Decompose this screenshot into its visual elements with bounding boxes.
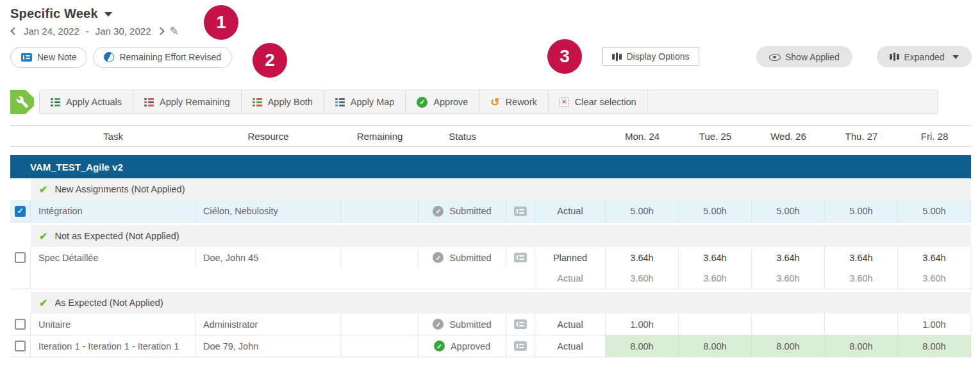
approve-check-icon: ✓ [417, 97, 428, 108]
apply-map-button[interactable]: Apply Map [324, 90, 406, 114]
edit-date-pencil-icon[interactable]: ✎ [170, 26, 179, 37]
new-note-button[interactable]: New Note [10, 47, 87, 68]
columns-icon [612, 52, 622, 61]
day-value-cell: 8.00h [825, 335, 898, 357]
type-cell: Actual [535, 200, 606, 222]
type-cell: Actual [535, 314, 606, 335]
next-week-chevron-icon[interactable] [156, 27, 165, 35]
group-label: Not as Expected (Not Applied) [54, 231, 179, 241]
remaining-cell [341, 200, 419, 222]
row-note-icon[interactable] [514, 253, 527, 262]
status-cell: ✓ Approved [419, 335, 506, 357]
group-row-not-as-expected: ✔ Not as Expected (Not Applied) [10, 225, 971, 247]
row-checkbox[interactable] [15, 341, 26, 351]
row-checkbox[interactable] [15, 319, 26, 330]
expanded-dropdown[interactable]: Expanded [877, 46, 972, 67]
contrast-circle-icon [104, 52, 114, 62]
day-value-cell: 8.00h [606, 335, 679, 357]
table-row-iteration-1: Iteration 1 - Iteration 1 - Iteration 1 … [10, 335, 971, 357]
approve-button[interactable]: ✓ Approve [406, 90, 479, 114]
date-range-separator: - [86, 26, 89, 37]
chevron-down-icon [952, 55, 959, 59]
show-applied-label: Show Applied [785, 52, 840, 62]
row-note-icon[interactable] [514, 319, 527, 329]
submitted-status-icon: ✓ [433, 252, 444, 263]
remaining-cell [341, 335, 419, 357]
row-checkbox[interactable] [15, 252, 26, 263]
day-value-cell: 3.60h [898, 268, 971, 289]
remaining-effort-revised-button[interactable]: Remaining Effort Revised [93, 47, 231, 68]
day-value-cell: 3.60h [825, 268, 898, 289]
timesheet-review-app: 1 2 3 Specific Week Jan 24, 2022 - Jan 3… [0, 0, 980, 372]
day-value-cell: 1.00h [898, 314, 971, 335]
table-row-spec-detaillee: Spec Détaillée Doe, John 45 ✓ Submitted … [10, 247, 971, 268]
wrench-icon [16, 96, 29, 108]
page-title: Specific Week [10, 6, 98, 21]
previous-week-chevron-icon[interactable] [10, 27, 19, 35]
remaining-cell [341, 314, 419, 335]
day-value-cell: 8.00h [679, 335, 752, 357]
column-header-status: Status [419, 131, 506, 142]
table-header-row: Task Resource Remaining Status Mon. 24 T… [10, 125, 971, 147]
annotation-badge-1: 1 [204, 5, 238, 40]
tools-badge [10, 90, 34, 114]
day-value-cell: 1.00h [606, 314, 679, 335]
day-value-cell: 5.00h [825, 200, 898, 222]
rework-button[interactable]: ↺ Rework [479, 90, 548, 114]
resource-cell: Administrator [195, 314, 341, 335]
group-label: New Assignments (Not Applied) [54, 184, 185, 194]
annotation-badge-2: 2 [253, 43, 287, 78]
apply-map-icon [335, 98, 345, 106]
clear-selection-icon: ✕ [560, 97, 569, 107]
group-check-icon: ✔ [39, 230, 47, 242]
submitted-status-icon: ✓ [433, 206, 444, 217]
clear-selection-button[interactable]: ✕ Clear selection [549, 90, 648, 114]
status-label: Submitted [449, 319, 491, 330]
day-value-cell [825, 314, 898, 335]
status-cell: ✓ Submitted [419, 247, 506, 268]
apply-remaining-button[interactable]: Apply Remaining [133, 90, 242, 114]
day-value-cell: 5.00h [679, 200, 752, 222]
apply-both-button[interactable]: Apply Both [242, 90, 324, 114]
task-cell: Intégration [31, 200, 195, 222]
date-range-start: Jan 24, 2022 [24, 26, 79, 37]
apply-remaining-icon [144, 98, 154, 106]
display-options-button[interactable]: Display Options [602, 47, 699, 66]
group-band: ✔ Not as Expected (Not Applied) [31, 225, 971, 247]
column-header-day-tue: Tue. 25 [679, 131, 752, 142]
column-header-day-wed: Wed. 26 [752, 131, 825, 142]
column-header-task: Task [31, 131, 195, 142]
apply-actuals-button[interactable]: Apply Actuals [40, 90, 133, 114]
day-value-cell: 3.64h [679, 247, 752, 268]
show-applied-toggle[interactable]: Show Applied [756, 46, 852, 67]
title-dropdown-caret-icon[interactable] [104, 12, 112, 17]
status-label: Approved [451, 341, 490, 351]
date-range-end: Jan 30, 2022 [96, 26, 151, 37]
row-note-icon[interactable] [514, 207, 527, 216]
type-cell: Planned [535, 247, 606, 268]
day-value-cell: 3.64h [825, 247, 898, 268]
submitted-status-icon: ✓ [433, 319, 444, 330]
group-label: As Expected (Not Applied) [54, 298, 163, 308]
column-header-day-mon: Mon. 24 [606, 131, 679, 142]
remaining-cell [341, 247, 419, 268]
approve-label: Approve [433, 97, 468, 107]
day-value-cell: 3.64h [752, 247, 825, 268]
column-header-day-thu: Thu. 27 [825, 131, 898, 142]
date-navigation: Jan 24, 2022 - Jan 30, 2022 ✎ [9, 23, 980, 38]
day-value-cell [679, 314, 752, 335]
columns-icon [890, 53, 899, 62]
rework-label: Rework [506, 97, 537, 107]
toolbar-strip: Apply Actuals Apply Remaining Apply Both [39, 90, 938, 114]
day-value-cell: 3.60h [679, 268, 752, 289]
table-row-spec-detaillee-actual: Actual 3.60h 3.60h 3.60h 3.60h 3.60h [10, 268, 971, 289]
row-checkbox[interactable]: ✓ [15, 206, 26, 217]
group-row-as-expected: ✔ As Expected (Not Applied) [10, 292, 971, 314]
task-cell: Spec Détaillée [31, 247, 195, 268]
approved-status-icon: ✓ [434, 341, 445, 351]
day-value-cell: 5.00h [898, 200, 971, 222]
rework-arrow-icon: ↺ [490, 97, 499, 108]
day-value-cell [752, 314, 825, 335]
row-note-icon[interactable] [514, 341, 527, 351]
column-header-remaining: Remaining [341, 131, 419, 142]
